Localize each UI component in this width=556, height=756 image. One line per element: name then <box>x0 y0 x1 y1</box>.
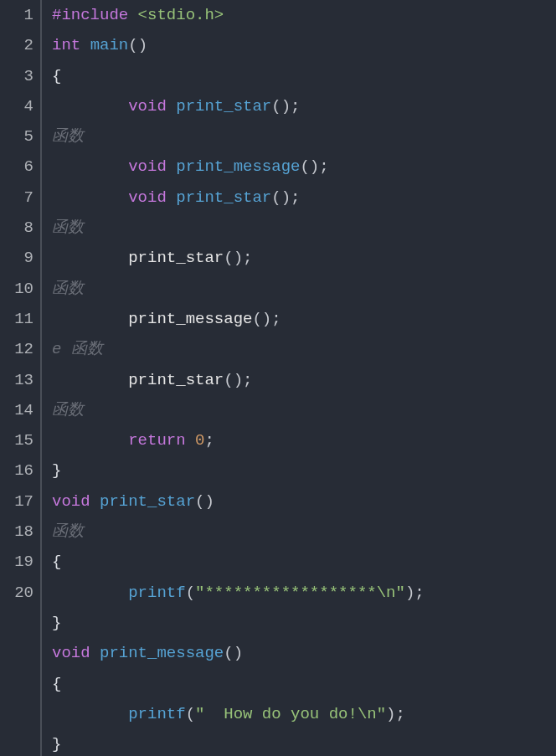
line-number: 7 <box>0 183 33 213</box>
keyword: return <box>128 431 185 450</box>
code-line[interactable]: void print_star() <box>52 486 556 517</box>
function-call: print_message <box>128 310 252 328</box>
line-number: 20 <box>0 578 33 608</box>
code-line[interactable]: print_star(); <box>52 365 556 395</box>
parens: () <box>195 492 214 511</box>
function-name: print_star <box>176 188 271 207</box>
semicolon: ; <box>396 705 405 723</box>
code-line[interactable]: #include <stdio.h> <box>52 0 556 30</box>
line-number: 17 <box>0 486 33 517</box>
ghost-text: e 函数 <box>52 340 103 358</box>
include-path: <stdio.h> <box>128 6 224 24</box>
function-call: print_star <box>128 249 224 267</box>
line-number: 19 <box>0 547 33 577</box>
line-number: 10 <box>0 274 33 304</box>
line-number: 13 <box>0 365 33 395</box>
line-number <box>0 699 33 729</box>
string: " How do you do!\n" <box>195 705 386 723</box>
brace: { <box>52 67 61 85</box>
code-line[interactable]: } <box>52 455 556 486</box>
line-number: 2 <box>0 30 33 60</box>
semicolon: ; <box>243 371 252 389</box>
code-line[interactable]: { <box>52 547 556 577</box>
line-number: 9 <box>0 243 33 273</box>
line-number <box>0 608 33 638</box>
code-line[interactable]: e 函数 <box>52 334 556 364</box>
brace: { <box>52 553 61 571</box>
semicolon: ; <box>204 431 214 450</box>
code-line[interactable]: int main() <box>52 30 556 60</box>
ghost-text: 函数 <box>52 280 84 298</box>
line-number: 15 <box>0 425 33 455</box>
code-line[interactable]: 函数 <box>52 395 556 425</box>
keyword: void <box>52 492 90 511</box>
code-line[interactable]: { <box>52 669 556 699</box>
semicolon: ; <box>243 249 252 267</box>
code-line[interactable]: { <box>52 61 556 91</box>
function-call: printf <box>128 705 185 723</box>
code-line[interactable]: print_star(); <box>52 243 556 273</box>
code-line[interactable]: 函数 <box>52 274 556 304</box>
line-number: 6 <box>0 152 33 182</box>
paren-open: ( <box>186 584 195 602</box>
code-line[interactable]: void print_message() <box>52 638 556 668</box>
code-area[interactable]: #include <stdio.h> int main() { void pri… <box>42 0 556 756</box>
parens: () <box>271 188 291 207</box>
line-number <box>0 638 33 668</box>
paren-close: ) <box>405 584 414 602</box>
line-number: 8 <box>0 213 33 243</box>
paren-open: ( <box>186 705 195 723</box>
line-number-gutter: 1 2 3 4 5 6 7 8 9 10 11 12 13 14 15 16 1… <box>0 0 42 756</box>
line-number: 3 <box>0 61 33 91</box>
code-line[interactable]: void print_star(); <box>52 91 556 121</box>
code-line[interactable]: 函数 <box>52 121 556 152</box>
semicolon: ; <box>291 188 300 207</box>
line-number: 18 <box>0 517 33 547</box>
parens: () <box>252 310 271 328</box>
parens: () <box>224 371 243 389</box>
code-line[interactable]: 函数 <box>52 517 556 547</box>
function-call: printf <box>128 584 185 602</box>
function-name: print_message <box>176 157 300 176</box>
number: 0 <box>195 431 204 450</box>
brace: } <box>52 735 61 753</box>
string: "******************\n" <box>195 584 405 602</box>
code-line[interactable]: printf(" How do you do!\n"); <box>52 699 556 729</box>
parens: () <box>224 249 243 267</box>
semicolon: ; <box>414 584 424 602</box>
parens: () <box>128 36 147 54</box>
parens: () <box>271 97 291 116</box>
code-line[interactable]: print_message(); <box>52 304 556 334</box>
line-number: 4 <box>0 91 33 121</box>
semicolon: ; <box>319 157 328 176</box>
parens: () <box>224 644 243 662</box>
function-name: main <box>90 36 129 54</box>
paren-close: ) <box>386 705 395 723</box>
code-line[interactable]: 函数 <box>52 213 556 243</box>
line-number <box>0 669 33 699</box>
line-number: 14 <box>0 395 33 425</box>
keyword: void <box>52 644 90 662</box>
code-line[interactable]: } <box>52 608 556 638</box>
code-line[interactable]: printf("******************\n"); <box>52 578 556 608</box>
code-line[interactable]: } <box>52 729 556 756</box>
code-line[interactable]: void print_star(); <box>52 183 556 213</box>
code-line[interactable]: void print_message(); <box>52 152 556 182</box>
semicolon: ; <box>291 97 300 116</box>
function-name: print_star <box>176 97 271 116</box>
brace: } <box>52 614 61 632</box>
parens: () <box>300 157 319 176</box>
line-number: 1 <box>0 0 33 30</box>
line-number: 12 <box>0 334 33 364</box>
line-number <box>0 729 33 756</box>
keyword: void <box>128 188 167 207</box>
code-editor[interactable]: 1 2 3 4 5 6 7 8 9 10 11 12 13 14 15 16 1… <box>0 0 556 756</box>
function-name: print_message <box>100 644 224 662</box>
function-name: print_star <box>100 492 195 511</box>
code-line[interactable]: return 0; <box>52 425 556 455</box>
ghost-text: 函数 <box>52 127 84 146</box>
line-number: 5 <box>0 121 33 152</box>
line-number: 11 <box>0 304 33 334</box>
brace: } <box>52 461 61 480</box>
keyword: void <box>128 157 167 176</box>
